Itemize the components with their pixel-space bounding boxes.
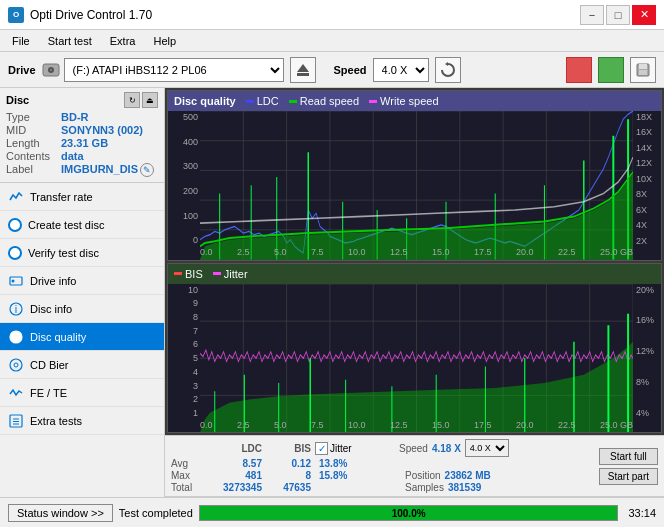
menu-start-test[interactable]: Start test: [40, 33, 100, 49]
nav-transfer-rate-label: Transfer rate: [30, 191, 93, 203]
maximize-button[interactable]: □: [606, 5, 630, 25]
yr2: 14X: [636, 144, 652, 153]
save-button[interactable]: [630, 57, 656, 83]
x8: 20.0: [516, 248, 534, 257]
mid-label: MID: [6, 124, 61, 136]
status-window-button[interactable]: Status window >>: [8, 504, 113, 522]
drive-icon: [42, 61, 60, 79]
eject-button[interactable]: [290, 57, 316, 83]
right-panel: Disc quality LDC Read speed Write speed: [165, 88, 664, 497]
read-legend-label: Read speed: [300, 95, 359, 107]
x7: 17.5: [474, 248, 492, 257]
window-controls: − □ ✕: [580, 5, 656, 25]
disc-label-label: Label: [6, 163, 61, 177]
jitter-legend-dot: [213, 272, 221, 275]
contents-value: data: [61, 150, 84, 162]
y-label-400: 400: [183, 138, 198, 147]
jitter-checkbox[interactable]: ✓: [315, 442, 328, 455]
nav-disc-quality[interactable]: Disc quality: [0, 323, 164, 351]
bis-header: BIS: [266, 443, 311, 454]
svg-marker-5: [445, 62, 448, 66]
yr7: 4X: [636, 221, 647, 230]
nav-verify-test-disc-label: Verify test disc: [28, 247, 99, 259]
avg-jitter: 13.8%: [315, 458, 395, 469]
transfer-rate-icon: [8, 189, 24, 205]
x10: 25.0 GB: [600, 248, 633, 257]
x0: 0.0: [200, 248, 213, 257]
nav-create-test-disc-label: Create test disc: [28, 219, 104, 231]
top-chart: Disc quality LDC Read speed Write speed: [167, 90, 662, 261]
yr8: 2X: [636, 237, 647, 246]
ldc-header: LDC: [207, 443, 262, 454]
y-label-0: 0: [193, 236, 198, 245]
nav-create-test-disc[interactable]: Create test disc: [0, 211, 164, 239]
samples-label: Samples: [405, 482, 444, 493]
svg-point-12: [12, 279, 15, 282]
nav-section: Transfer rate Create test disc Verify te…: [0, 183, 164, 497]
contents-label: Contents: [6, 150, 61, 162]
start-full-button[interactable]: Start full: [599, 448, 658, 465]
max-label: Max: [171, 470, 203, 481]
minimize-button[interactable]: −: [580, 5, 604, 25]
top-x-axis: 0.0 2.5 5.0 7.5 10.0 12.5 15.0 17.5 20.0…: [200, 246, 633, 260]
x6: 15.0: [432, 248, 450, 257]
disc-quality-icon: [8, 329, 24, 345]
start-part-button[interactable]: Start part: [599, 468, 658, 485]
nav-extra-tests[interactable]: Extra tests: [0, 407, 164, 435]
nav-transfer-rate[interactable]: Transfer rate: [0, 183, 164, 211]
jitter-legend: Jitter: [213, 268, 248, 280]
menu-file[interactable]: File: [4, 33, 38, 49]
nav-disc-info-label: Disc info: [30, 303, 72, 315]
bottom-y-axis-left: 10 9 8 7 6 5 4 3 2 1: [168, 284, 200, 433]
avg-label: Avg: [171, 458, 203, 469]
y-label-500: 500: [183, 113, 198, 122]
label-edit-icon[interactable]: ✎: [140, 163, 154, 177]
x2: 5.0: [274, 248, 287, 257]
nav-disc-info[interactable]: i Disc info: [0, 295, 164, 323]
disc-refresh-icon[interactable]: ↻: [124, 92, 140, 108]
read-legend: Read speed: [289, 95, 359, 107]
top-y-axis-left: 500 400 300 200 100 0: [168, 111, 200, 260]
y-label-300: 300: [183, 162, 198, 171]
speed-target-select[interactable]: 4.0 X: [465, 439, 509, 457]
nav-verify-test-disc[interactable]: Verify test disc: [0, 239, 164, 267]
verify-disc-icon: [8, 246, 22, 260]
length-value: 23.31 GB: [61, 137, 108, 149]
stats-section: LDC BIS ✓ Jitter Speed 4.18 X 4.0 X: [165, 436, 664, 497]
disc-eject-icon[interactable]: ⏏: [142, 92, 158, 108]
bottom-y-axis-right: 20% 16% 12% 8% 4%: [633, 284, 661, 433]
drive-select[interactable]: (F:) ATAPI iHBS112 2 PL06: [64, 58, 284, 82]
menu-extra[interactable]: Extra: [102, 33, 144, 49]
position-label: Position: [405, 470, 441, 481]
green-button[interactable]: [598, 57, 624, 83]
ldc-legend-dot: [246, 100, 254, 103]
bottom-section: LDC BIS ✓ Jitter Speed 4.18 X 4.0 X: [165, 435, 664, 497]
action-buttons: Start full Start part: [599, 439, 658, 493]
y-label-100: 100: [183, 212, 198, 221]
x5: 12.5: [390, 248, 408, 257]
position-value: 23862 MB: [445, 470, 491, 481]
speed-header: Speed: [399, 443, 428, 454]
color-button[interactable]: [566, 57, 592, 83]
close-button[interactable]: ✕: [632, 5, 656, 25]
svg-text:i: i: [15, 302, 17, 314]
refresh-button[interactable]: [435, 57, 461, 83]
svg-point-17: [14, 363, 18, 367]
nav-cd-bier[interactable]: CD Bier: [0, 351, 164, 379]
avg-ldc: 8.57: [207, 458, 262, 469]
yr4: 10X: [636, 175, 652, 184]
left-panel: Disc ↻ ⏏ Type BD-R MID SONYNN3 (002) Len…: [0, 88, 165, 497]
type-label: Type: [6, 111, 61, 123]
bis-legend: BIS: [174, 268, 203, 280]
x1: 2.5: [237, 248, 250, 257]
menu-bar: File Start test Extra Help: [0, 30, 664, 52]
total-label: Total: [171, 482, 203, 493]
nav-cd-bier-label: CD Bier: [30, 359, 69, 371]
bottom-x-axis: 0.0 2.5 5.0 7.5 10.0 12.5 15.0 17.5 20.0…: [200, 418, 633, 432]
nav-drive-info[interactable]: Drive info: [0, 267, 164, 295]
svg-marker-3: [297, 64, 309, 72]
speed-select[interactable]: 4.0 X: [373, 58, 429, 82]
ldc-legend: LDC: [246, 95, 279, 107]
menu-help[interactable]: Help: [145, 33, 184, 49]
nav-fe-te[interactable]: FE / TE: [0, 379, 164, 407]
